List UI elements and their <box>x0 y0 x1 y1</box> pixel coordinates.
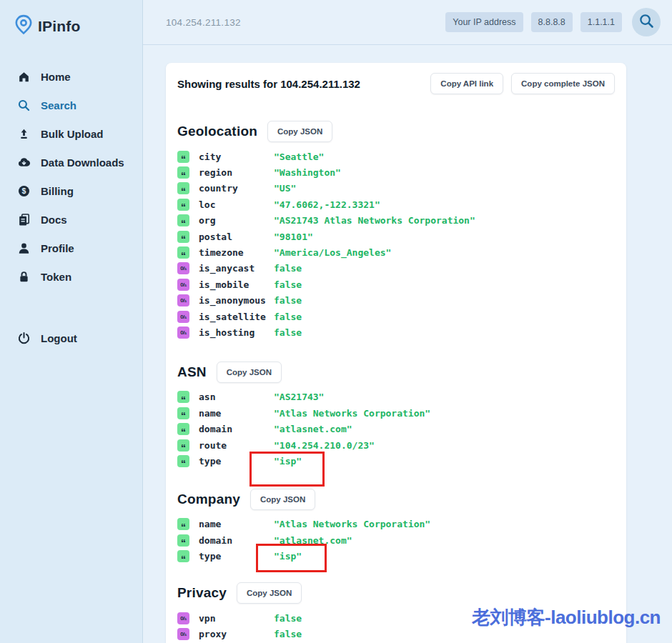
string-type-icon: “ <box>177 407 189 419</box>
string-type-icon: “ <box>177 550 189 562</box>
string-type-icon: “ <box>177 391 189 403</box>
sidebar-item-search[interactable]: Search <box>0 97 142 113</box>
kv-row-region: “region"Washington" <box>177 164 615 180</box>
sidebar-item-billing[interactable]: $Billing <box>0 183 142 199</box>
boolean-type-icon: 0/₁ <box>177 262 189 274</box>
sidebar-item-profile[interactable]: Profile <box>0 240 142 256</box>
copy-json-button[interactable]: Copy JSON <box>237 582 302 604</box>
sidebar-item-label: Bulk Upload <box>41 128 104 140</box>
kv-key: route <box>199 440 274 451</box>
string-type-icon: “ <box>177 151 189 163</box>
sidebar-item-token[interactable]: Token <box>0 269 142 284</box>
string-type-icon: “ <box>177 246 189 259</box>
your-ip-address-button[interactable]: Your IP address <box>445 12 523 32</box>
kv-row-vpn: 0/₁vpnfalse <box>177 610 615 626</box>
kv-row-name: “name"Atlas Networks Corporation" <box>177 517 615 532</box>
kv-row-is_mobile: 0/₁is_mobilefalse <box>177 276 615 292</box>
topbar: Your IP address 8.8.8.8 1.1.1.1 <box>143 0 672 45</box>
search-input[interactable] <box>166 17 445 28</box>
kv-key: is_hosting <box>199 327 274 338</box>
kv-value: "Atlas Networks Corporation" <box>274 408 430 419</box>
copy-json-button[interactable]: Copy JSON <box>217 362 282 383</box>
kv-row-is_satellite: 0/₁is_satellitefalse <box>177 309 615 324</box>
kv-value: false <box>274 311 302 322</box>
copy-api-link-button[interactable]: Copy API link <box>430 73 503 94</box>
section-geolocation: GeolocationCopy JSON“city"Seattle"“regio… <box>177 121 615 341</box>
kv-value: false <box>274 295 302 306</box>
kv-row-org: “org"AS21743 Atlas Networks Corporation" <box>177 213 615 229</box>
sidebar-item-label: Search <box>41 99 76 111</box>
kv-value: "Seattle" <box>274 151 324 162</box>
kv-row-is_anycast: 0/₁is_anycastfalse <box>177 261 615 276</box>
key-value-list: “city"Seattle"“region"Washington"“countr… <box>177 149 615 341</box>
kv-key: type <box>199 456 274 467</box>
kv-value: "104.254.210.0/23" <box>274 440 375 451</box>
sidebar-item-home[interactable]: Home <box>0 69 142 84</box>
shortcut-8888-button[interactable]: 8.8.8.8 <box>531 12 573 32</box>
kv-row-is_anonymous: 0/₁is_anonymousfalse <box>177 293 615 309</box>
page-title: Showing results for 104.254.211.132 <box>177 78 360 90</box>
kv-value: "Atlas Networks Corporation" <box>274 519 430 529</box>
kv-value: "AS21743 Atlas Networks Corporation" <box>274 215 475 226</box>
sidebar-item-docs[interactable]: Docs <box>0 211 142 227</box>
kv-key: is_satellite <box>199 311 274 322</box>
kv-value: "atlasnet.com" <box>274 424 352 434</box>
kv-key: name <box>199 519 274 529</box>
kv-key: org <box>199 215 274 226</box>
kv-value: false <box>274 279 302 290</box>
sections: GeolocationCopy JSON“city"Seattle"“regio… <box>177 121 615 642</box>
token-icon <box>17 270 31 284</box>
string-type-icon: “ <box>177 534 189 547</box>
topbar-shortcuts: Your IP address 8.8.8.8 1.1.1.1 <box>445 12 622 32</box>
sidebar-item-label: Docs <box>41 214 67 226</box>
copy-json-button[interactable]: Copy JSON <box>250 489 315 510</box>
kv-row-type: “type"isp" <box>177 453 615 469</box>
kv-row-route: “route"104.254.210.0/23" <box>177 437 615 453</box>
magnifier-icon <box>638 13 655 31</box>
string-type-icon: “ <box>177 231 189 243</box>
key-value-list: “asn"AS21743"“name"Atlas Networks Corpor… <box>177 389 615 469</box>
kv-key: type <box>199 551 274 562</box>
boolean-type-icon: 0/₁ <box>177 327 189 339</box>
sidebar-item-logout[interactable]: Logout <box>0 330 143 346</box>
home-icon <box>17 70 31 84</box>
sidebar-item-bulk-upload[interactable]: Bulk Upload <box>0 126 142 141</box>
boolean-type-icon: 0/₁ <box>177 279 189 291</box>
string-type-icon: “ <box>177 166 189 179</box>
sidebar-item-data-downloads[interactable]: Data Downloads <box>0 154 142 170</box>
section-title: Company <box>177 492 240 507</box>
kv-key: timezone <box>199 247 274 258</box>
search-icon <box>17 99 31 112</box>
kv-value: "AS21743" <box>274 392 324 402</box>
sidebar-item-label: Profile <box>41 242 74 254</box>
string-type-icon: “ <box>177 214 189 226</box>
kv-value: false <box>274 263 302 274</box>
kv-value: "Washington" <box>274 167 341 178</box>
ipinfo-logo[interactable]: IPinfo <box>14 14 142 39</box>
kv-row-is_hosting: 0/₁is_hostingfalse <box>177 324 615 340</box>
kv-value: false <box>274 327 302 338</box>
kv-value: "America/Los_Angeles" <box>274 247 391 258</box>
copy-json-button[interactable]: Copy JSON <box>267 121 332 142</box>
string-type-icon: “ <box>177 182 189 194</box>
kv-row-timezone: “timezone"America/Los_Angeles" <box>177 244 615 260</box>
cloud-download-icon <box>17 156 31 169</box>
kv-row-domain: “domain"atlasnet.com" <box>177 532 615 548</box>
shortcut-1111-button[interactable]: 1.1.1.1 <box>580 12 622 32</box>
kv-value: "atlasnet.com" <box>274 535 352 546</box>
string-type-icon: “ <box>177 518 189 530</box>
kv-key: country <box>199 183 274 194</box>
kv-key: is_anycast <box>199 263 274 274</box>
docs-icon <box>17 213 31 226</box>
kv-key: name <box>199 408 274 419</box>
kv-row-asn: “asn"AS21743" <box>177 389 615 405</box>
kv-key: region <box>199 167 274 178</box>
copy-complete-json-button[interactable]: Copy complete JSON <box>511 73 615 94</box>
string-type-icon: “ <box>177 455 189 467</box>
kv-row-name: “name"Atlas Networks Corporation" <box>177 405 615 421</box>
kv-key: asn <box>199 392 274 402</box>
boolean-type-icon: 0/₁ <box>177 612 189 624</box>
kv-value: "47.6062,-122.3321" <box>274 199 380 210</box>
search-submit-button[interactable] <box>632 8 661 36</box>
kv-row-proxy: 0/₁proxyfalse <box>177 626 615 642</box>
